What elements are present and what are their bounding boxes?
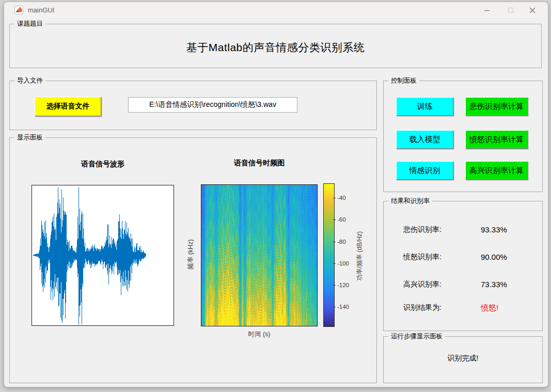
waveform-plot — [32, 185, 174, 326]
matlab-icon — [14, 6, 23, 14]
waveform-title: 语音信号波形 — [32, 160, 174, 169]
result-value: 93.33% — [481, 225, 507, 234]
colorbar-tick: -100 — [337, 260, 349, 267]
close-button[interactable] — [522, 2, 543, 18]
select-audio-file-button[interactable]: 选择语音文件 — [35, 97, 101, 116]
control-panel-label: 控制面板 — [388, 76, 419, 85]
display-panel-label: 显示面板 — [14, 133, 45, 142]
close-icon — [529, 7, 536, 13]
main-window: mainGUI 课题题目 基于Matlab的声音情感分类识别系统 导入文件 选择… — [4, 2, 548, 387]
emotion-recognize-button[interactable]: 情感识别 — [396, 161, 453, 180]
window-title: mainGUI — [28, 2, 54, 18]
maximize-icon — [508, 7, 514, 13]
result-value: 73.33% — [481, 280, 507, 289]
spectrogram-title: 语音信号时频图 — [201, 159, 318, 168]
results-panel-label: 结果和识别率 — [388, 197, 432, 205]
titlebar: mainGUI — [4, 2, 548, 18]
result-value: 90.00% — [481, 253, 507, 261]
import-panel-label: 导入文件 — [14, 76, 45, 85]
results-panel: 结果和识别率 悲伤识别率: 93.33% 愤怒识别率: 90.00% 高兴识别率… — [383, 201, 543, 331]
file-path-input[interactable] — [128, 97, 297, 113]
colorbar-axis-label: 功率/频率 (dB/Hz) — [355, 212, 364, 300]
steps-panel-label: 运行步骤显示面板 — [388, 332, 445, 340]
topic-panel: 课题题目 基于Matlab的声音情感分类识别系统 — [9, 24, 542, 68]
control-panel: 控制面板 训练 悲伤识别率计算 载入模型 愤怒识别率计算 情感识别 高兴识别率计… — [383, 81, 543, 192]
happy-rate-button[interactable]: 高兴识别率计算 — [465, 161, 528, 180]
result-row-happy: 高兴识别率: 73.33% — [384, 280, 542, 290]
maximize-button[interactable] — [500, 2, 521, 18]
status-text: 识别完成! — [384, 354, 542, 363]
minimize-icon — [484, 7, 490, 13]
load-model-button[interactable]: 载入模型 — [396, 130, 453, 149]
recognition-result-value: 愤怒! — [481, 303, 498, 313]
minimize-button[interactable] — [477, 2, 497, 18]
spectrogram-plot — [201, 184, 318, 326]
freq-axis-label: 频率 (kHz) — [186, 212, 195, 297]
colorbar-tick: -60 — [337, 216, 346, 223]
angry-rate-button[interactable]: 愤怒识别率计算 — [465, 130, 528, 149]
train-button[interactable]: 训练 — [396, 97, 453, 116]
display-panel: 显示面板 语音信号波形 语音信号时频图 频率 (kHz) 时间 (s) -40 … — [9, 137, 377, 383]
spectrogram-canvas — [201, 185, 317, 326]
colorbar-tick: -40 — [337, 194, 346, 201]
steps-panel: 运行步骤显示面板 识别完成! — [383, 336, 543, 383]
result-row-angry: 愤怒识别率: 90.00% — [384, 253, 542, 263]
result-row-final: 识别结果为: 愤怒! — [384, 303, 542, 313]
import-panel: 导入文件 选择语音文件 — [9, 81, 377, 130]
sad-rate-button[interactable]: 悲伤识别率计算 — [465, 97, 528, 116]
result-label: 识别结果为: — [403, 303, 442, 312]
colorbar — [323, 183, 335, 327]
page-title: 基于Matlab的声音情感分类识别系统 — [10, 24, 541, 68]
colorbar-tick: -80 — [337, 238, 346, 245]
result-row-sad: 悲伤识别率: 93.33% — [384, 225, 542, 236]
colorbar-tick: -120 — [337, 281, 349, 289]
result-label: 悲伤识别率: — [403, 225, 442, 234]
colorbar-tick: -140 — [337, 303, 349, 310]
result-label: 愤怒识别率: — [403, 253, 442, 262]
time-axis-label: 时间 (s) — [201, 330, 318, 339]
result-label: 高兴识别率: — [403, 280, 442, 289]
waveform-canvas — [32, 185, 174, 325]
